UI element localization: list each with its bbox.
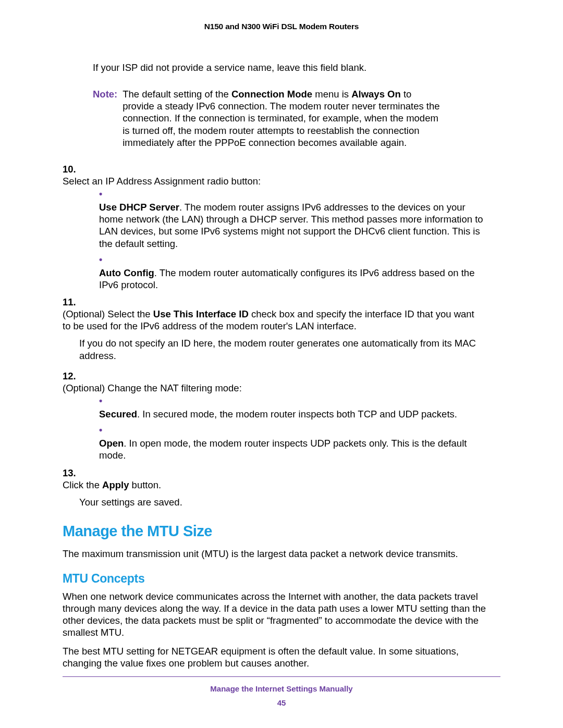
note-block: Note: The default setting of the Connect… bbox=[93, 88, 500, 149]
term-secured: Secured bbox=[99, 409, 137, 419]
step-text: (Optional) Select the Use This Interface… bbox=[63, 308, 484, 332]
bullet-icon: • bbox=[99, 396, 109, 406]
note-body: The default setting of the Connection Mo… bbox=[123, 88, 442, 149]
paragraph-mtu-concepts-2: The best MTU setting for NETGEAR equipme… bbox=[63, 645, 500, 669]
step-13: 13. Click the Apply button. bbox=[63, 467, 500, 491]
bullet-icon: • bbox=[99, 255, 109, 265]
list-item-body: Auto Config. The modem router automatica… bbox=[99, 267, 489, 291]
text-bold: Apply bbox=[102, 479, 129, 490]
step-10-bullets: • Use DHCP Server. The modem router assi… bbox=[99, 189, 500, 291]
bullet-icon: • bbox=[99, 189, 109, 200]
footer-section-title: Manage the Internet Settings Manually bbox=[210, 684, 352, 693]
list-item: • Secured. In secured mode, the modem ro… bbox=[99, 396, 500, 420]
step-12-bullets: • Secured. In secured mode, the modem ro… bbox=[99, 396, 500, 462]
paragraph-isp-blank: If your ISP did not provide a service na… bbox=[93, 61, 500, 73]
body-content: If your ISP did not provide a service na… bbox=[63, 61, 500, 669]
step-number: 10. bbox=[63, 163, 78, 175]
term-rest: . In secured mode, the modem router insp… bbox=[137, 409, 457, 419]
term-open: Open bbox=[99, 438, 124, 449]
step-13-follow: Your settings are saved. bbox=[79, 496, 500, 508]
term-autoconfig: Auto Config bbox=[99, 267, 154, 278]
text-bold: Use This Interface ID bbox=[153, 309, 249, 319]
term-dhcp: Use DHCP Server bbox=[99, 202, 179, 213]
step-12: 12. (Optional) Change the NAT filtering … bbox=[63, 370, 500, 394]
step-10: 10. Select an IP Address Assignment radi… bbox=[63, 163, 500, 187]
note-connection-mode: Connection Mode bbox=[231, 89, 312, 100]
step-number: 12. bbox=[63, 370, 78, 382]
paragraph-mtu-intro: The maximum transmission unit (MTU) is t… bbox=[63, 548, 500, 560]
step-11-follow: If you do not specify an ID here, the mo… bbox=[79, 337, 500, 361]
list-item-body: Secured. In secured mode, the modem rout… bbox=[99, 408, 489, 420]
step-text: Select an IP Address Assignment radio bu… bbox=[63, 175, 484, 187]
page-footer: Manage the Internet Settings Manually 45 bbox=[63, 676, 500, 707]
document-page: N150 and N300 WiFi DSL Modem Routers If … bbox=[0, 0, 563, 728]
step-number: 11. bbox=[63, 296, 78, 308]
list-item-body: Use DHCP Server. The modem router assign… bbox=[99, 201, 489, 250]
heading-manage-mtu: Manage the MTU Size bbox=[63, 522, 500, 540]
note-always-on: Always On bbox=[351, 89, 401, 100]
note-label: Note: bbox=[93, 88, 120, 100]
step-11: 11. (Optional) Select the Use This Inter… bbox=[63, 296, 500, 332]
text-pre: (Optional) Select the bbox=[63, 309, 153, 319]
list-item: • Open. In open mode, the modem router i… bbox=[99, 425, 500, 461]
list-item: • Auto Config. The modem router automati… bbox=[99, 255, 500, 291]
note-text-pre: The default setting of the bbox=[123, 89, 231, 100]
step-number: 13. bbox=[63, 467, 78, 479]
footer-page-number: 45 bbox=[63, 698, 500, 707]
page-header: N150 and N300 WiFi DSL Modem Routers bbox=[63, 22, 500, 31]
bullet-icon: • bbox=[99, 425, 109, 436]
text-pre: Click the bbox=[63, 479, 102, 490]
paragraph-mtu-concepts-1: When one network device communicates acr… bbox=[63, 590, 500, 639]
term-rest: . In open mode, the modem router inspect… bbox=[99, 438, 467, 461]
term-rest: . The modem router automatically configu… bbox=[99, 267, 474, 290]
step-text: (Optional) Change the NAT filtering mode… bbox=[63, 382, 484, 394]
note-text-mid: menu is bbox=[312, 89, 351, 100]
step-text: Click the Apply button. bbox=[63, 479, 484, 491]
text-post: button. bbox=[129, 479, 161, 490]
list-item: • Use DHCP Server. The modem router assi… bbox=[99, 189, 500, 250]
heading-mtu-concepts: MTU Concepts bbox=[63, 571, 500, 586]
list-item-body: Open. In open mode, the modem router ins… bbox=[99, 437, 489, 461]
